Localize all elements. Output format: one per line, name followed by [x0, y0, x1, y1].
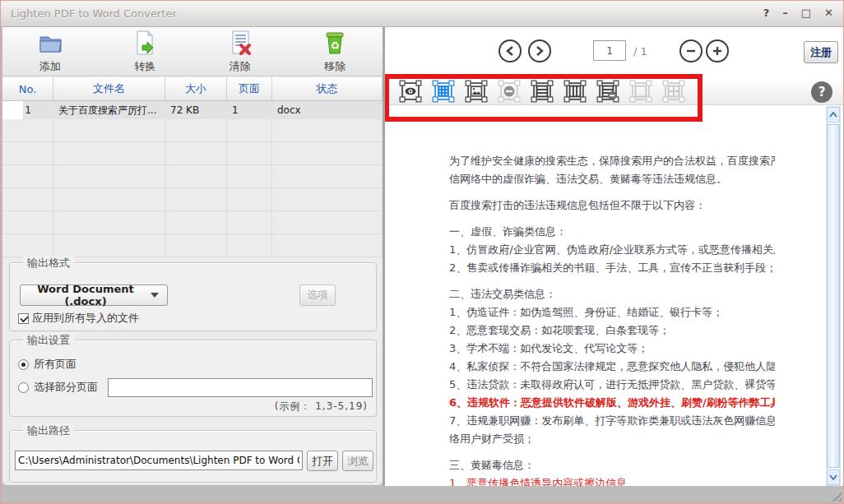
- empty-row: [2, 142, 383, 165]
- document-line: 4、私家侦探：不符合国家法律规定，恶意探究他人隐私，侵犯他人隐私权等；: [449, 358, 775, 376]
- document-line: 信网络中的虚假诈骗、违法交易、黄赌毒等违法违规信息。: [449, 170, 775, 188]
- document-line: 1、伪造证件：如伪造驾照、身份证、结婚证、银行卡等；: [449, 303, 775, 321]
- document-line: 2、恶意套现交易：如花呗套现、白条套现等；: [449, 321, 775, 340]
- chevron-up-icon: [829, 112, 837, 118]
- document-line: 络用户财产受损；: [449, 430, 775, 448]
- page-number-input[interactable]: [593, 40, 626, 61]
- clear-label: 清除: [230, 59, 251, 74]
- cell-status: docx: [272, 101, 383, 119]
- output-format-label: 输出格式: [23, 256, 74, 270]
- page-total: / 1: [633, 45, 647, 58]
- document-line: 7、违规兼职网赚：发布刷单、打字等欺诈类兼职或违法灰色网赚信息，导致网: [449, 412, 775, 430]
- scroll-up-button[interactable]: [827, 107, 840, 123]
- markup-toolbar: [385, 78, 843, 105]
- help-button[interactable]: ?: [763, 7, 770, 19]
- browse-button[interactable]: 浏览: [342, 451, 373, 471]
- svg-text:♻: ♻: [330, 39, 340, 52]
- minus-icon: [685, 45, 697, 57]
- document-line: 一、虚假、诈骗类信息：: [449, 223, 775, 241]
- output-path-input[interactable]: [15, 451, 303, 470]
- column-size[interactable]: 大小: [165, 77, 227, 100]
- mark-image-icon[interactable]: [465, 80, 488, 103]
- output-path-group: 输出路径 打开 浏览: [9, 430, 377, 483]
- column-status[interactable]: 状态: [272, 77, 383, 100]
- format-dropdown[interactable]: Word Document (.docx): [20, 284, 168, 306]
- empty-row: [2, 119, 383, 142]
- document-line: 1、仿冒政府/企业官网、伪造政府/企业联系方式等，或恶意传播相关虚假信息；: [449, 241, 775, 259]
- page-range-input[interactable]: [108, 378, 373, 397]
- scroll-down-button[interactable]: [827, 469, 840, 485]
- convert-label: 转换: [134, 59, 155, 74]
- open-button[interactable]: 打开: [307, 451, 338, 471]
- output-settings-label: 输出设置: [23, 333, 74, 348]
- mark-table-icon[interactable]: [432, 80, 455, 103]
- column-pages[interactable]: 页面: [227, 77, 272, 100]
- select-area-icon[interactable]: [399, 80, 422, 103]
- table-row[interactable]: 1 关于百度搜索严厉打... 72 KB 1 docx: [2, 101, 383, 119]
- plus-icon: [712, 45, 723, 57]
- chevron-left-icon: [505, 45, 515, 57]
- remove-button[interactable]: ♻ 移除: [288, 27, 383, 76]
- all-pages-radio[interactable]: [18, 359, 29, 370]
- partial-pages-radio[interactable]: [18, 382, 29, 393]
- convert-button[interactable]: 转换: [98, 27, 193, 76]
- help-icon[interactable]: ?: [811, 81, 832, 103]
- empty-row: [2, 165, 383, 188]
- column-no[interactable]: No.: [2, 77, 53, 100]
- column-filename[interactable]: 文件名: [53, 77, 165, 100]
- mark-table-rows-icon[interactable]: [531, 80, 554, 103]
- partial-pages-label: 选择部分页面: [34, 380, 98, 395]
- page-range-example: (示例： 1,3-5,19): [275, 400, 368, 414]
- document-line: 百度搜索打击的违法违规信息包括但不限于以下内容：: [449, 197, 775, 215]
- preview-nav-bar: / 1 注册: [385, 27, 843, 78]
- zoom-in-button[interactable]: [706, 39, 729, 62]
- remove-trash-icon: ♻: [322, 30, 348, 58]
- cell-size: 72 KB: [165, 101, 227, 119]
- convert-icon: [132, 30, 158, 58]
- split-area-icon[interactable]: [662, 80, 685, 103]
- output-format-group: 输出格式 Word Document (.docx) 选项 应用到所有导入的文件: [9, 262, 377, 331]
- title-bar: Lighten PDF to Word Converter ? – □ ✕: [1, 1, 843, 27]
- maximize-button[interactable]: □: [801, 7, 811, 19]
- minimize-button[interactable]: –: [782, 7, 788, 19]
- all-pages-label: 所有页面: [34, 357, 77, 372]
- document-line: 为了维护安全健康的搜索生态，保障搜索用户的合法权益，百度搜索严厉打击电: [449, 152, 775, 170]
- merge-area-icon[interactable]: [629, 80, 652, 103]
- close-button[interactable]: ✕: [824, 7, 833, 19]
- add-label: 添加: [39, 59, 61, 74]
- chevron-down-icon: [151, 293, 159, 298]
- format-dropdown-value: Word Document (.docx): [21, 283, 151, 307]
- chevron-right-icon: [535, 45, 545, 57]
- zoom-out-button[interactable]: [679, 39, 703, 62]
- apply-all-checkbox[interactable]: [18, 313, 29, 324]
- next-page-button[interactable]: [528, 39, 551, 62]
- resize-grip-icon[interactable]: [829, 489, 842, 502]
- remove-area-icon[interactable]: [498, 80, 521, 103]
- prev-page-button[interactable]: [499, 39, 522, 62]
- remove-table-rows-icon[interactable]: [596, 80, 619, 103]
- output-settings-group: 输出设置 所有页面 选择部分页面 (示例： 1,3-5,19): [9, 340, 377, 417]
- scrollbar-thumb[interactable]: [827, 124, 840, 468]
- remove-label: 移除: [324, 59, 345, 74]
- add-folder-icon: [37, 30, 63, 58]
- empty-row: [2, 211, 383, 234]
- file-toolbar: 添加 转换: [2, 27, 383, 76]
- output-path-label: 输出路径: [23, 423, 74, 438]
- pdf-document: 为了维护安全健康的搜索生态，保障搜索用户的合法权益，百度搜索严厉打击电 信网络中…: [449, 152, 775, 486]
- cell-pages: 1: [227, 101, 272, 119]
- vertical-scrollbar[interactable]: [826, 106, 841, 486]
- options-button[interactable]: 选项: [299, 284, 336, 306]
- mark-table-columns-icon[interactable]: [563, 80, 587, 103]
- document-line: 三、黄赌毒信息：: [449, 456, 775, 474]
- clear-button[interactable]: 清除: [192, 27, 288, 76]
- window-title: Lighten PDF to Word Converter: [11, 7, 177, 20]
- empty-row: [2, 234, 383, 257]
- document-line: 5、违法贷款：未取得政府认可，进行无抵押贷款、黑户贷款、裸贷等；: [449, 376, 775, 394]
- document-line: 1、恶意传播色情诱导内容或擦边信息: [449, 474, 775, 486]
- register-button[interactable]: 注册: [804, 41, 838, 63]
- cell-no: 1: [2, 101, 53, 119]
- add-button[interactable]: 添加: [2, 27, 98, 76]
- left-panel: 添加 转换: [2, 27, 383, 485]
- document-line: 6、违规软件：恶意提供软件破解版、游戏外挂、刷赞/刷粉等作弊工具软件；: [449, 394, 775, 412]
- preview-panel: / 1 注册: [385, 27, 843, 486]
